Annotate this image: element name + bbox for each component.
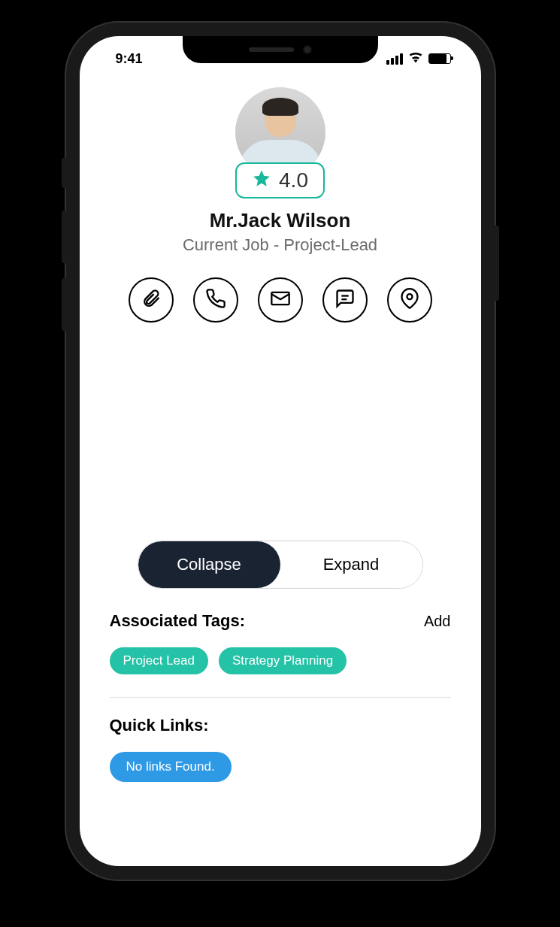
svg-point-3 (407, 294, 412, 299)
content: 4.0 Mr.Jack Wilson Current Job - Project… (80, 72, 481, 866)
tag-pill[interactable]: Strategy Planning (219, 647, 347, 674)
profile-job: Current Job - Project-Lead (80, 235, 481, 255)
notch (183, 36, 378, 63)
profile-header: 4.0 Mr.Jack Wilson Current Job - Project… (80, 87, 481, 255)
location-button[interactable] (387, 277, 432, 323)
battery-icon (428, 53, 451, 64)
quick-links-title: Quick Links: (110, 716, 451, 735)
attach-button[interactable] (129, 277, 174, 323)
status-icons (386, 51, 451, 66)
signal-icon (386, 53, 403, 65)
expand-button[interactable]: Expand (280, 541, 422, 588)
quick-links-section: Quick Links: No links Found. (80, 716, 481, 782)
divider (110, 697, 451, 698)
paperclip-icon (141, 288, 162, 312)
tags-title: Associated Tags: (110, 611, 246, 631)
star-icon (252, 168, 271, 192)
tags-section: Associated Tags: Add Project Lead Strate… (80, 611, 481, 674)
profile-name: Mr.Jack Wilson (80, 209, 481, 232)
message-button[interactable] (322, 277, 368, 323)
phone-frame: 9:41 (66, 23, 495, 880)
rating-value: 4.0 (279, 168, 308, 192)
wifi-icon (408, 51, 423, 66)
collapse-button[interactable]: Collapse (138, 541, 280, 588)
phone-icon (205, 288, 226, 312)
email-button[interactable] (258, 277, 303, 323)
call-button[interactable] (193, 277, 238, 323)
action-row (80, 277, 481, 323)
status-time: 9:41 (116, 51, 143, 67)
no-links-pill: No links Found. (110, 752, 232, 782)
message-icon (334, 288, 356, 312)
add-tag-button[interactable]: Add (424, 613, 451, 630)
collapse-expand-toggle: Collapse Expand (138, 541, 423, 589)
rating-badge[interactable]: 4.0 (235, 162, 325, 198)
toggle-section: Collapse Expand (80, 541, 481, 589)
location-icon (399, 288, 420, 312)
tag-pill[interactable]: Project Lead (110, 647, 208, 674)
mail-icon (270, 288, 291, 312)
screen: 9:41 (80, 36, 481, 866)
